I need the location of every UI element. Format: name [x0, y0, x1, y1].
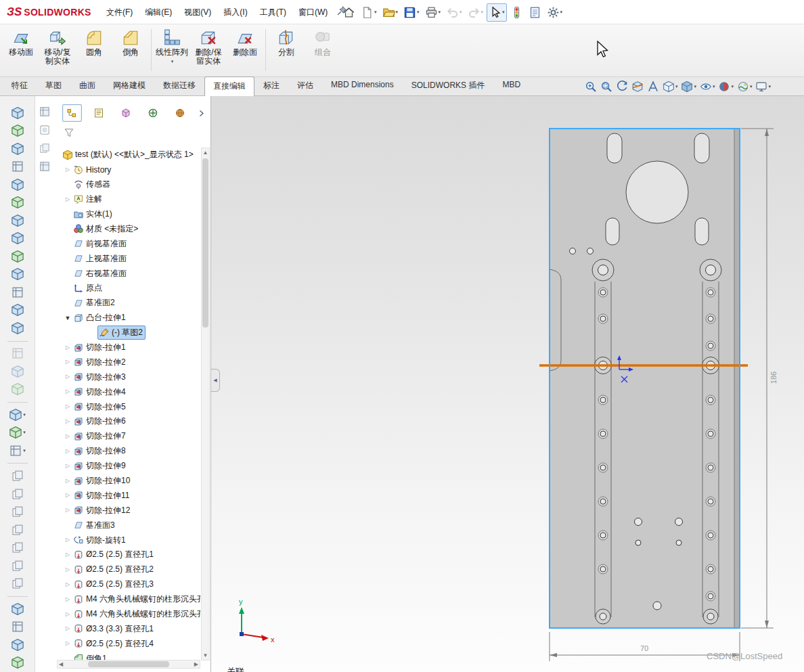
linear-pattern-button[interactable]: 线性阵列▾ — [154, 27, 190, 68]
left-tool-button[interactable] — [5, 302, 30, 319]
tree-item[interactable]: 基准面3 — [60, 518, 200, 533]
tree-item-content[interactable]: 原点 — [72, 281, 105, 295]
left-tool-button[interactable] — [5, 230, 30, 248]
tab-solidworks-addins[interactable]: SOLIDWORKS 插件 — [403, 76, 494, 95]
panel-collapse-handle[interactable]: ◀ — [211, 369, 220, 392]
previous-view-button[interactable] — [615, 80, 629, 93]
left-tool-button[interactable] — [5, 176, 30, 194]
tree-item-content[interactable]: test (默认) <<默认>_显示状态 1> — [61, 148, 196, 162]
tree-item-content[interactable]: 切除-拉伸7 — [72, 429, 129, 443]
left-tool-button[interactable] — [5, 380, 30, 398]
part-body[interactable] — [550, 129, 740, 628]
left-tool-button[interactable] — [5, 575, 30, 592]
left-tool-button[interactable] — [5, 158, 30, 176]
scroll-left-icon[interactable]: ◀ — [59, 661, 63, 667]
display-manager-tab[interactable] — [170, 104, 189, 122]
tree-item[interactable]: ▷Ø2.5 (2.5) 直径孔2 — [60, 562, 200, 577]
report-button[interactable] — [527, 3, 543, 22]
chevron-down-icon[interactable]: ▾ — [481, 9, 484, 15]
scroll-up-icon[interactable]: ▲ — [202, 148, 209, 157]
expand-arrow[interactable]: ▷ — [64, 491, 72, 499]
tree-item-content[interactable]: 切除-拉伸12 — [72, 503, 133, 518]
tree-item[interactable]: ▷History — [60, 162, 200, 177]
expand-arrow[interactable]: ▷ — [64, 166, 72, 174]
tree-item-content[interactable]: Ø2.5 (2.5) 直径孔2 — [72, 562, 156, 577]
tree-item[interactable]: ▷切除-拉伸11 — [60, 488, 200, 503]
tree-item[interactable]: ▷Ø3.3 (3.3) 直径孔1 — [60, 622, 200, 637]
tree-item-content[interactable]: 前视基准面 — [72, 237, 129, 251]
tree-item[interactable]: 原点 — [60, 281, 200, 296]
tab-mbd[interactable]: MBD — [493, 76, 529, 95]
left-tool-button[interactable] — [5, 266, 30, 284]
panel-tool-button[interactable] — [39, 160, 51, 173]
tree-item[interactable]: ▷切除-拉伸5 — [60, 399, 200, 414]
new-document-button[interactable]: ▾ — [359, 3, 379, 22]
left-tool-button[interactable] — [5, 467, 30, 485]
tree-item[interactable]: ▷Ø2.5 (2.5) 直径孔1 — [60, 547, 200, 562]
menu-item[interactable]: 文件(F) — [100, 1, 139, 24]
chevron-down-icon[interactable]: ▾ — [417, 9, 420, 15]
left-tool-button[interactable] — [5, 363, 30, 380]
expand-arrow[interactable]: ▷ — [64, 610, 72, 619]
tree-item-content[interactable]: 切除-拉伸11 — [72, 489, 132, 503]
delete-face-button[interactable]: 删除面 — [227, 27, 263, 59]
tab-data-migration[interactable]: 数据迁移 — [154, 76, 204, 95]
view-orientation-button[interactable]: ▾ — [662, 80, 679, 93]
tab-surfaces[interactable]: 曲面 — [70, 76, 104, 95]
tree-item-content[interactable]: 实体(1) — [72, 207, 115, 221]
undo-button[interactable]: ▾ — [444, 3, 464, 22]
tree-item[interactable]: (-) 草图2 — [60, 326, 200, 340]
fillet-button[interactable]: 圆角 — [76, 27, 112, 59]
delete-keep-body-button[interactable]: 删除/保留实体 — [190, 27, 227, 68]
expand-arrow[interactable]: ▷ — [64, 358, 72, 366]
options-gear-button[interactable]: ▾ — [545, 3, 565, 22]
tree-item-content[interactable]: 切除-拉伸5 — [72, 400, 129, 414]
tree-item[interactable]: ▷Ø2.5 (2.5) 直径孔4 — [60, 636, 200, 651]
tree-item-content[interactable]: 右视基准面 — [72, 267, 129, 281]
tree-item[interactable]: ▷切除-拉伸9 — [60, 459, 200, 474]
tree-item[interactable]: ▷切除-拉伸10 — [60, 474, 200, 489]
filter-button[interactable] — [64, 127, 79, 142]
panel-tool-button[interactable] — [39, 142, 51, 154]
tree-item-content[interactable]: Ø3.3 (3.3) 直径孔1 — [72, 622, 156, 636]
tree-item[interactable]: 材质 <未指定> — [60, 221, 200, 236]
chevron-down-icon[interactable]: ▾ — [713, 84, 715, 89]
expand-arrow[interactable]: ▷ — [64, 462, 72, 470]
left-tool-button[interactable] — [5, 557, 30, 575]
expand-arrow[interactable]: ▷ — [64, 551, 72, 559]
combine-button[interactable]: 组合 — [305, 27, 341, 59]
tab-direct-editing[interactable]: 直接编辑 — [204, 76, 254, 96]
print-button[interactable]: ▾ — [423, 3, 443, 22]
tab-mesh-modeling[interactable]: 网格建模 — [104, 76, 154, 95]
tree-item[interactable]: 上视基准面 — [60, 251, 200, 266]
scroll-down-icon[interactable]: ▼ — [202, 651, 209, 660]
tree-item[interactable]: ▷切除-拉伸8 — [60, 444, 200, 459]
tree-item[interactable]: ▷切除-拉伸2 — [60, 355, 200, 369]
apply-scene-button[interactable]: ▾ — [736, 80, 753, 93]
tree-vertical-scrollbar[interactable]: ▲ ▼ — [201, 148, 210, 660]
tree-item[interactable]: ▷切除-拉伸12 — [60, 503, 200, 518]
move-copy-body-button[interactable]: 移动/复制实体 — [39, 27, 76, 68]
chevron-down-icon[interactable]: ▾ — [675, 84, 678, 89]
tree-item-content[interactable]: M4 六角头机械螺钉的柱形沉头孔1 — [72, 592, 200, 606]
tree-item-content[interactable]: 切除-拉伸6 — [72, 414, 129, 428]
dimension-height[interactable]: 186 — [741, 129, 778, 628]
tree-item-content[interactable]: 基准面2 — [72, 296, 118, 310]
select-cursor-button[interactable]: ▾ — [487, 3, 507, 22]
expand-arrow[interactable]: ▷ — [64, 536, 72, 544]
view-settings-button[interactable]: ▾ — [755, 80, 772, 93]
left-tool-button[interactable] — [5, 654, 30, 671]
tree-item[interactable]: ▷切除-拉伸4 — [60, 384, 200, 399]
tree-item[interactable]: ▷注解 — [60, 192, 200, 207]
panel-tool-button[interactable] — [39, 124, 51, 136]
left-tool-button[interactable] — [5, 194, 30, 212]
expand-arrow[interactable]: ▷ — [64, 388, 72, 396]
tree-item-content[interactable]: (-) 草图2 — [97, 326, 146, 340]
expand-arrow[interactable]: ▷ — [64, 581, 72, 589]
expand-arrow[interactable]: ▷ — [64, 344, 72, 352]
scrollbar-thumb[interactable] — [202, 158, 208, 328]
tree-item[interactable]: 基准面2 — [60, 296, 200, 311]
left-tool-button[interactable] — [5, 140, 30, 158]
left-tool-button[interactable] — [5, 122, 30, 140]
left-tool-button[interactable] — [5, 636, 30, 654]
